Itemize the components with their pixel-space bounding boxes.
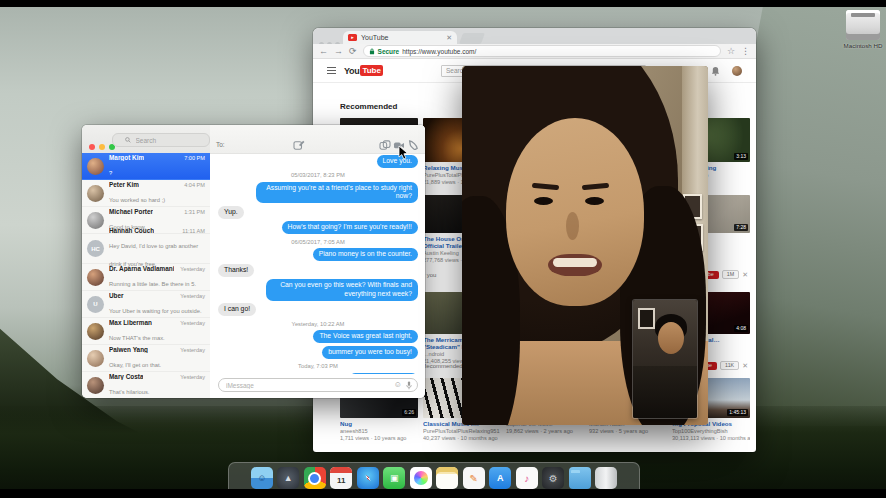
dismiss-icon[interactable]: ✕ — [742, 271, 748, 278]
self-shoulders — [633, 366, 697, 418]
conversation-hannah-couch[interactable]: HC Hannah Couch11:11 AM Hey David, I'd l… — [82, 234, 210, 264]
message-bubble-outgoing: How's that going? I'm sure you're ready!… — [282, 221, 418, 234]
message-bubble-outgoing: bummer you were too busy! — [322, 346, 418, 359]
conversation-time: 4:04 PM — [184, 182, 205, 188]
dock-facetime-icon[interactable]: ▣ — [383, 467, 405, 489]
wallpaper-cliff — [736, 6, 886, 426]
mouse-cursor — [398, 145, 409, 160]
new-tab-button[interactable] — [459, 33, 485, 44]
conversation-aparna-vadlamani[interactable]: Dr. Aparna VadlamaniYesterday Running a … — [82, 264, 210, 291]
to-label: To: — [216, 141, 225, 148]
conversation-time: 7:00 PM — [184, 155, 205, 161]
hard-drive-icon[interactable] — [846, 10, 880, 40]
account-avatar[interactable] — [732, 66, 742, 76]
avatar — [87, 323, 104, 340]
timestamp: Today, 7:03 PM — [298, 363, 338, 369]
conversation-max-liberman[interactable]: Max LibermanYesterday Now THAT's the max… — [82, 318, 210, 345]
conversation-peter-kim[interactable]: Peter Kim4:04 PM You worked so hard ;) — [82, 180, 210, 207]
conversation-name: Peter Kim — [109, 181, 139, 188]
conversation-list: Margot Kim7:00 PM ? Peter Kim4:04 PM You… — [82, 153, 211, 398]
forward-icon[interactable]: → — [334, 47, 343, 56]
compose-icon[interactable] — [293, 140, 305, 150]
search-input[interactable] — [134, 136, 198, 145]
messages-window: Margot Kim7:00 PM ? Peter Kim4:04 PM You… — [82, 125, 425, 398]
url-text: https://www.youtube.com/ — [402, 48, 476, 55]
emoji-icon[interactable]: ☺ — [394, 381, 402, 389]
video-duration-badge: 7:28 — [734, 224, 748, 231]
menu-hamburger-icon[interactable] — [327, 67, 336, 75]
video-title[interactable]: Nug — [340, 420, 418, 427]
tab-youtube[interactable]: ▸ YouTube ✕ — [343, 31, 457, 44]
conversation-name: Margot Kim — [109, 154, 144, 161]
dock-folder-icon[interactable] — [569, 467, 591, 489]
youtube-logo[interactable]: You Tube — [344, 65, 383, 76]
bookmark-star-icon[interactable]: ☆ — [727, 47, 735, 56]
reload-icon[interactable]: ⟳ — [349, 47, 357, 56]
dock-system-preferences-icon[interactable]: ⚙ — [542, 467, 564, 489]
conversation-uber[interactable]: U UberYesterday Your Uber is waiting for… — [82, 291, 210, 318]
message-bubble-incoming: I can go! — [218, 303, 256, 316]
youtube-logo-tube: Tube — [360, 65, 383, 76]
video-meta: 40,237 views · 10 months ago — [423, 435, 501, 441]
dock-finder-icon[interactable]: ☺ — [251, 467, 273, 489]
chat-pane: To: Love you. 05/03/2017, 8:23 PM Assumi… — [210, 125, 425, 398]
close-window-icon[interactable] — [89, 144, 95, 150]
video-meta: 932 views · 5 years ago — [589, 428, 667, 434]
conversation-preview: That's hilarious. — [109, 389, 149, 395]
message-bubble-outgoing: Piano money is on the counter. — [313, 248, 418, 261]
conversation-time: Yesterday — [180, 347, 205, 353]
timestamp: 06/05/2017, 7:05 AM — [291, 239, 345, 245]
video-duration-badge: 6:26 — [402, 409, 416, 416]
self-view-pip[interactable] — [633, 300, 697, 418]
overlapping-windows-icon[interactable] — [379, 140, 391, 150]
browser-menu-icon[interactable]: ⋮ — [741, 47, 750, 56]
message-bubble-incoming: Thanks! — [218, 264, 254, 277]
timestamp: Yesterday, 10:22 AM — [292, 321, 345, 327]
back-icon[interactable]: ← — [319, 47, 328, 56]
microphone-icon[interactable] — [406, 381, 412, 390]
dock-notes-icon[interactable] — [436, 467, 458, 489]
minimize-window-icon[interactable] — [99, 144, 105, 150]
conversation-name: Max Liberman — [109, 319, 152, 326]
video-meta: 19,862 views · 2 years ago — [506, 428, 584, 434]
dock-trash-icon[interactable] — [595, 467, 617, 489]
dismiss-icon[interactable]: ✕ — [742, 362, 748, 369]
avatar-initials: U — [87, 296, 104, 313]
search-icon — [125, 137, 131, 143]
dock-itunes-icon[interactable]: ♪ — [516, 467, 538, 489]
tab-close-icon[interactable]: ✕ — [446, 34, 452, 42]
caller-face — [548, 254, 602, 276]
avatar — [87, 350, 104, 367]
chat-header: To: — [210, 125, 425, 154]
dock-safari-icon[interactable] — [357, 467, 379, 489]
avatar — [87, 269, 104, 286]
conversation-mary-costa[interactable]: Mary CostaYesterday That's hilarious. — [82, 372, 210, 398]
dock-launchpad-icon[interactable]: ▲ — [277, 467, 299, 489]
address-bar[interactable]: Secure https://www.youtube.com/ — [363, 45, 721, 57]
dock-pages-icon[interactable]: ✎ — [463, 467, 485, 489]
video-meta: 30,113,113 views · 10 months ago — [672, 435, 750, 441]
recommended-heading: Recommended — [340, 102, 397, 111]
desktop-icon-macintosh-hd[interactable]: Macintosh HD — [833, 10, 886, 49]
message-thread: Love you. 05/03/2017, 8:23 PM Assuming y… — [218, 155, 418, 374]
conversation-paiwen-yang[interactable]: Paiwen YangYesterday Okay, I'll get on t… — [82, 345, 210, 372]
conversation-time: Yesterday — [180, 374, 205, 380]
video-duration-badge: 1:45:13 — [727, 409, 748, 416]
conversation-time: 11:11 AM — [182, 228, 205, 234]
conversation-name: Michael Porter — [109, 208, 153, 215]
conversation-time: 1:31 PM — [184, 209, 205, 215]
notifications-bell-icon[interactable] — [711, 66, 720, 76]
lock-icon — [369, 48, 375, 55]
conversation-preview: ? — [109, 170, 112, 176]
imessage-input[interactable] — [224, 381, 390, 390]
dock-app-store-icon[interactable]: A — [489, 467, 511, 489]
message-input-bar[interactable]: ☺ — [218, 378, 418, 392]
messages-search-field[interactable] — [112, 133, 210, 147]
conversation-margot-kim[interactable]: Margot Kim7:00 PM ? — [82, 153, 210, 180]
dock-calendar-icon[interactable]: 11 — [330, 467, 352, 489]
video-channel: aneesh815 — [340, 428, 418, 434]
dock-chrome-icon[interactable] — [304, 467, 326, 489]
dock-photos-icon[interactable] — [410, 467, 432, 489]
avatar — [87, 185, 104, 202]
conversation-time: Yesterday — [180, 266, 205, 272]
